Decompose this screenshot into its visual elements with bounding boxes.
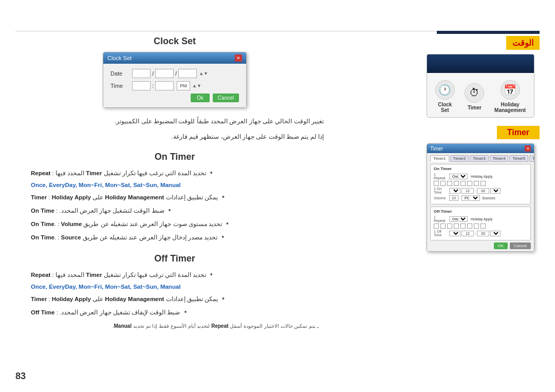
off-checkbox-8[interactable] [480, 223, 486, 229]
source-select[interactable]: PC [461, 195, 480, 201]
time-pm-field[interactable]: PM [177, 81, 190, 90]
clock-label: ClockSet [438, 102, 452, 113]
off-checkbox-1[interactable] [434, 223, 439, 229]
right-top-image: 🕐 ClockSet ⏱ Timer 📅 HolidayManagement [427, 54, 534, 118]
on-timer-bullets: • تحديد المدة التي ترغب فيها تكرار تشغيل… [15, 166, 334, 244]
off-checkbox-4[interactable] [454, 223, 459, 229]
volume-field[interactable]: 10 [449, 195, 458, 201]
arabic-title: الوقت [506, 36, 540, 50]
timer-icon: ⏱ [465, 83, 484, 103]
timer-tab-4[interactable]: Timer4 [490, 155, 509, 162]
on-off-select[interactable]: OffOn [449, 188, 460, 194]
holiday-label: HolidayManagement [494, 102, 526, 113]
icon-clock-set: 🕐 ClockSet [435, 80, 455, 113]
clock-set-arabic-2: إذا لم يتم ضبط الوقت على جهاز العرض، ستظ… [15, 132, 334, 143]
left-section: Clock Set Clock Set ✕ Date / / ▲▼ Time : [15, 36, 334, 329]
off-min-field[interactable]: 00 [477, 231, 489, 236]
dialog-title: Clock Set [107, 55, 132, 61]
off-timer-holiday-item: • يمكن تطبيق إعدادات Holiday Management … [31, 292, 319, 306]
off-checkbox-2[interactable] [440, 223, 446, 229]
date-field-3[interactable] [178, 69, 197, 78]
date-field-1[interactable] [132, 69, 151, 78]
time-arrow: ▲▼ [192, 83, 201, 88]
calendar-icon: 📅 [501, 80, 520, 100]
timer-tab-1[interactable]: Timer1 [430, 155, 449, 162]
timer-title: Timer [497, 126, 540, 139]
timer-tab-3[interactable]: Timer3 [470, 155, 489, 162]
timer-btn-row: OK Cancel [430, 242, 531, 249]
timer-titlebar: Timer ✕ [427, 144, 534, 153]
on-timer-volume-item: • تحديد مستوى صوت جهاز العرض عند تشغيله … [31, 217, 319, 231]
clock-set-dialog: Clock Set ✕ Date / / ▲▼ Time : PM ▲▼ [103, 52, 247, 108]
checkbox-4[interactable] [454, 181, 459, 186]
dialog-titlebar: Clock Set ✕ [103, 52, 246, 64]
image-header-bar [427, 54, 534, 73]
off-timer-bullets: • تحديد المدة التي ترغب فيها تكرار تشغيل… [15, 268, 334, 319]
off-repeat-select[interactable]: Once EveryDay [449, 216, 468, 222]
timer-ok-button[interactable]: OK [494, 242, 508, 249]
dialog-close-button[interactable]: ✕ [235, 54, 242, 62]
off-checkboxes-row [434, 223, 527, 229]
time-field-2[interactable] [155, 81, 174, 90]
off-timer-panel-title: Off Timer [434, 209, 527, 214]
checkbox-8[interactable] [480, 181, 486, 186]
icon-timer: ⏱ Timer [465, 83, 484, 110]
repeat-row: 1 Repeat Once EveryDay Holiday Apply [434, 173, 527, 180]
timer-close-button[interactable]: ✕ [525, 145, 531, 152]
checkbox-1[interactable] [434, 181, 439, 186]
off-timer-panel: Off Timer 1 Repeat Once EveryDay Holiday… [430, 207, 531, 240]
off-ampm-select[interactable]: AMPM [490, 231, 501, 236]
timer-tab-6[interactable]: Timer6 [529, 155, 534, 162]
min-field[interactable]: 00 [477, 188, 489, 194]
hour-field[interactable]: 12 [461, 188, 474, 194]
timer-tab-5[interactable]: Timer5 [509, 155, 528, 162]
off-timer-offtime-item: • ضبط الوقت لإيقاف تشغيل جهاز العرض المح… [31, 306, 319, 319]
off-repeat-row: 1 Repeat Once EveryDay Holiday Apply [434, 215, 527, 222]
ampm-select[interactable]: AMPM [490, 188, 501, 194]
checkboxes-row [434, 181, 527, 186]
timer-tab-2[interactable]: Timer2 [450, 155, 469, 162]
timer-dialog-title: Timer [430, 146, 443, 152]
checkbox-5[interactable] [460, 181, 466, 186]
on-time-label: 1 On Time [434, 187, 448, 194]
timer-cancel-button[interactable]: Cancel [510, 242, 531, 249]
timer-dialog: Timer ✕ Timer1 Timer2 Timer3 Timer4 Time… [427, 143, 534, 252]
on-timer-heading: On Timer [15, 152, 334, 162]
on-timer-panel-title: On Timer [434, 166, 527, 171]
page-number: 83 [15, 371, 26, 382]
off-repeat-label: 1 Repeat [434, 215, 448, 222]
off-checkbox-3[interactable] [447, 223, 452, 229]
date-field-2[interactable] [155, 69, 174, 78]
dialog-buttons: Ok Cancel [110, 94, 239, 102]
volume-row: Volume 10 PC Sources [434, 195, 527, 201]
date-arrow: ▲▼ [199, 71, 208, 76]
dialog-ok-button[interactable]: Ok [191, 94, 210, 102]
date-label: Date [110, 70, 131, 77]
checkbox-7[interactable] [474, 181, 479, 186]
volume-label: Volume [434, 196, 448, 200]
off-checkbox-6[interactable] [467, 223, 472, 229]
footnote: ـ يتم تمكين حالات الاختيار الموجودة أسفل… [15, 323, 334, 329]
off-checkbox-5[interactable] [460, 223, 466, 229]
timer-tabs: Timer1 Timer2 Timer3 Timer4 Timer5 Timer… [430, 155, 531, 162]
dialog-date-row: Date / / ▲▼ [110, 69, 239, 78]
time-label: Time [110, 83, 131, 89]
dialog-cancel-button[interactable]: Cancel [213, 94, 239, 102]
checkbox-3[interactable] [447, 181, 452, 186]
off-timer-heading: Off Timer [15, 253, 334, 264]
repeat-select[interactable]: Once EveryDay [449, 174, 468, 179]
timer-body: Timer1 Timer2 Timer3 Timer4 Timer5 Timer… [427, 153, 534, 251]
right-section: الوقت 🕐 ClockSet ⏱ Timer 📅 HolidayManage… [427, 36, 540, 252]
off-time-row: 1 Off Time OffOn 12 : 00 AMPM [434, 230, 527, 237]
clock-set-arabic-1: تغيير الوقت الحالي على جهاز العرض المحدد… [15, 116, 334, 127]
dialog-body: Date / / ▲▼ Time : PM ▲▼ Ok Cancel [103, 64, 246, 107]
dialog-time-row: Time : PM ▲▼ [110, 81, 239, 90]
off-onoff-select[interactable]: OffOn [449, 231, 460, 236]
off-hour-field[interactable]: 12 [461, 231, 474, 236]
off-holiday-apply-text: Holiday Apply [471, 217, 492, 221]
checkbox-6[interactable] [467, 181, 472, 186]
clock-set-heading: Clock Set [15, 36, 334, 47]
checkbox-2[interactable] [440, 181, 446, 186]
time-field-1[interactable] [132, 81, 151, 90]
off-checkbox-7[interactable] [474, 223, 479, 229]
